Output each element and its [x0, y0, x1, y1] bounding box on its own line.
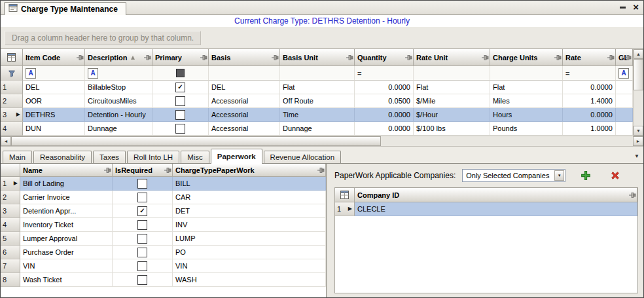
add-company-button[interactable]: [580, 170, 591, 181]
row-indicator[interactable]: 4: [1, 218, 20, 232]
cell-description[interactable]: Dunnage: [85, 122, 152, 136]
cell-primary[interactable]: ✓: [152, 81, 209, 94]
cell-charge-units[interactable]: Miles: [490, 94, 563, 108]
cell-isrequired[interactable]: [113, 232, 173, 246]
cell-name[interactable]: Carrier Invoice: [20, 191, 113, 204]
cell-rate-unit[interactable]: $/Hour: [414, 108, 490, 122]
cell-rate[interactable]: 1.4000: [563, 94, 616, 108]
checkbox[interactable]: ✓: [137, 206, 147, 216]
cell-item-code[interactable]: OOR: [23, 94, 85, 108]
cell-isrequired[interactable]: [113, 259, 173, 273]
vertical-scroll-track[interactable]: [634, 90, 643, 126]
grid-customize-button[interactable]: [335, 188, 355, 202]
cell-basis-unit[interactable]: Time: [280, 108, 355, 122]
cell-chargetypepaperwork[interactable]: VIN: [173, 259, 326, 273]
column-pin-icon[interactable]: [405, 54, 412, 61]
row-indicator[interactable]: 2: [1, 94, 23, 108]
cell-name[interactable]: VIN: [20, 259, 113, 273]
cell-company-id[interactable]: CLECLE: [355, 202, 637, 216]
column-header-rate-unit[interactable]: Rate Unit: [414, 49, 490, 66]
column-pin-icon[interactable]: [482, 54, 489, 61]
column-header-isrequired[interactable]: IsRequired: [113, 164, 173, 177]
cell-basis[interactable]: Accessorial: [209, 108, 280, 122]
cell-isrequired[interactable]: [113, 273, 173, 287]
filter-cell-rate[interactable]: =: [563, 66, 616, 81]
filter-cell-gl[interactable]: A: [616, 66, 633, 81]
column-header-primary[interactable]: Primary: [152, 49, 209, 66]
filter-cell-rate-unit[interactable]: [414, 66, 490, 81]
row-indicator[interactable]: 6: [1, 246, 20, 259]
tab-main[interactable]: Main: [3, 151, 32, 163]
column-header-basis-unit[interactable]: Basis Unit: [280, 49, 355, 66]
cell-isrequired[interactable]: [113, 218, 173, 232]
checkbox[interactable]: [137, 261, 147, 271]
tab-paperwork[interactable]: Paperwork: [211, 149, 262, 164]
tab-roll-into-lh[interactable]: Roll Into LH: [127, 151, 179, 163]
row-indicator[interactable]: 2: [1, 191, 20, 204]
checkbox[interactable]: [137, 193, 147, 202]
cell-name[interactable]: Purchase Order: [20, 246, 113, 259]
horizontal-scroll-thumb[interactable]: [11, 136, 381, 146]
filter-cell-quantity[interactable]: =: [355, 66, 414, 81]
tab-misc[interactable]: Misc: [181, 151, 209, 163]
scroll-right-button[interactable]: ►: [633, 136, 643, 146]
checkbox[interactable]: [137, 220, 147, 230]
cell-quantity[interactable]: 0.0000: [355, 122, 414, 136]
cell-rate[interactable]: 0.0000: [563, 108, 616, 122]
filter-cell-basis[interactable]: [209, 66, 280, 81]
row-indicator[interactable]: 1: [1, 81, 23, 94]
cell-gl[interactable]: [616, 108, 633, 122]
column-header-rate[interactable]: Rate: [563, 49, 616, 66]
column-pin-icon[interactable]: [607, 54, 615, 61]
cell-chargetypepaperwork[interactable]: LUMP: [173, 232, 326, 246]
scroll-down-button[interactable]: ▼: [634, 126, 643, 136]
cell-item-code[interactable]: DEL: [23, 81, 85, 94]
column-header-company-id[interactable]: Company ID: [355, 188, 637, 202]
cell-chargetypepaperwork[interactable]: INV: [173, 218, 326, 232]
cell-basis[interactable]: Accessorial: [209, 94, 280, 108]
column-pin-icon[interactable]: [346, 54, 353, 61]
scroll-left-button[interactable]: ◄: [1, 136, 11, 146]
row-indicator[interactable]: 8: [1, 273, 20, 287]
column-header-quantity[interactable]: Quantity: [355, 49, 414, 66]
column-pin-icon[interactable]: [317, 166, 325, 174]
cell-chargetypepaperwork[interactable]: WASH: [173, 273, 326, 287]
cell-quantity[interactable]: 0.0500: [355, 94, 414, 108]
vertical-scroll-thumb[interactable]: [634, 59, 643, 90]
column-pin-icon[interactable]: [164, 166, 171, 174]
row-indicator[interactable]: 5: [1, 232, 20, 246]
cell-primary[interactable]: [152, 122, 209, 136]
cell-quantity[interactable]: 0.0000: [355, 81, 414, 94]
row-indicator[interactable]: 7: [1, 259, 20, 273]
cell-basis[interactable]: DEL: [209, 81, 280, 94]
cell-primary[interactable]: [152, 94, 209, 108]
cell-isrequired[interactable]: ✓: [113, 204, 173, 218]
cell-name[interactable]: Inventory Ticket: [20, 218, 113, 232]
cell-charge-units[interactable]: Pounds: [490, 122, 563, 136]
grid-customize-button[interactable]: [1, 49, 23, 66]
tab-taxes[interactable]: Taxes: [93, 151, 126, 163]
cell-description[interactable]: BillableStop: [85, 81, 152, 94]
cell-rate[interactable]: 1.0000: [563, 122, 616, 136]
column-header-description[interactable]: Description: [85, 49, 152, 66]
tab-revenue-allocation[interactable]: Revenue Allocation: [264, 151, 341, 163]
cell-gl[interactable]: [616, 94, 633, 108]
checkbox[interactable]: [175, 124, 185, 134]
column-header-basis[interactable]: Basis: [209, 49, 280, 66]
filter-cell-charge-units[interactable]: [490, 66, 563, 81]
column-pin-icon[interactable]: [629, 191, 636, 198]
cell-description[interactable]: Detention - Hourly: [85, 108, 152, 122]
column-header-item-code[interactable]: Item Code: [23, 49, 85, 66]
cell-name[interactable]: Bill of Lading: [20, 177, 113, 191]
cell-chargetypepaperwork[interactable]: DET: [173, 204, 326, 218]
vertical-scrollbar[interactable]: ▲ ▼: [633, 49, 643, 136]
cell-name[interactable]: Lumper Approval: [20, 232, 113, 246]
remove-company-button[interactable]: [609, 170, 620, 181]
horizontal-scrollbar[interactable]: ◄ ►: [1, 136, 643, 147]
column-pin-icon[interactable]: [144, 54, 151, 61]
column-pin-icon[interactable]: [624, 54, 632, 61]
window-dash-icon[interactable]: [620, 7, 626, 9]
cell-name[interactable]: Detention Appr...: [20, 204, 113, 218]
cell-basis[interactable]: Accessorial: [209, 122, 280, 136]
cell-name[interactable]: Wash Ticket: [20, 273, 113, 287]
